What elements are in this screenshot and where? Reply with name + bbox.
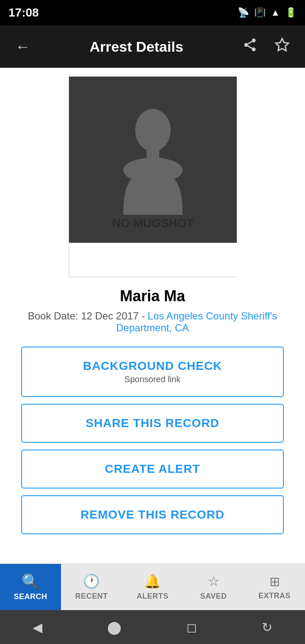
time-display: 17:08	[8, 6, 39, 19]
book-date-prefix: Book Date: 12 Dec 2017 -	[28, 310, 145, 322]
no-mugshot-label: NO MUGSHOT	[112, 217, 194, 230]
back-button[interactable]: ←	[10, 38, 36, 56]
app-bar: ← Arrest Details	[0, 25, 305, 68]
recent-nav-label: RECENT	[75, 592, 108, 601]
alerts-icon: 🔔	[144, 573, 161, 589]
svg-line-3	[248, 46, 252, 48]
svg-point-8	[123, 158, 183, 183]
extras-icon: ⊞	[269, 574, 280, 589]
svg-point-6	[135, 109, 171, 151]
saved-icon: ☆	[208, 573, 220, 589]
search-icon: 🔍	[22, 573, 39, 590]
svg-point-0	[252, 39, 256, 42]
book-date-info: Book Date: 12 Dec 2017 - Los Angeles Cou…	[0, 310, 305, 334]
page-title: Arrest Details	[36, 39, 237, 55]
battery-icon: 🔋	[285, 7, 297, 18]
photo-bottom-bar	[69, 243, 237, 277]
mugshot-area: NO MUGSHOT	[69, 77, 237, 243]
cast-icon: 📡	[238, 7, 249, 18]
vibrate-icon: 📳	[254, 7, 266, 18]
search-nav-label: SEARCH	[14, 592, 47, 601]
remove-record-label: REMOVE THIS RECORD	[80, 508, 225, 522]
background-check-sublabel: Sponsored link	[125, 375, 180, 384]
svg-line-4	[248, 41, 252, 44]
extras-nav-label: EXTRAS	[258, 591, 291, 600]
recents-sys-button[interactable]: ◻	[186, 620, 197, 635]
nav-item-recent[interactable]: 🕐 RECENT	[61, 564, 122, 610]
photo-container: NO MUGSHOT	[69, 76, 236, 277]
svg-point-1	[244, 43, 248, 47]
person-name: Maria Ma	[120, 287, 185, 305]
status-icons: 📡 📳 ▲ 🔋	[238, 7, 297, 18]
recent-icon: 🕐	[83, 573, 100, 589]
system-nav: ◀ ⬤ ◻ ↻	[0, 610, 305, 644]
share-button[interactable]	[237, 37, 263, 56]
create-alert-button[interactable]: CREATE ALERT	[21, 450, 284, 489]
remove-record-button[interactable]: REMOVE THIS RECORD	[21, 495, 284, 534]
home-sys-button[interactable]: ⬤	[107, 620, 122, 635]
status-bar: 17:08 📡 📳 ▲ 🔋	[0, 0, 305, 25]
silhouette-icon	[111, 105, 195, 215]
background-check-button[interactable]: BACKGROUND CHECK Sponsored link	[21, 347, 284, 397]
nav-item-search[interactable]: 🔍 SEARCH	[0, 564, 61, 610]
favorite-button[interactable]	[269, 37, 295, 56]
bottom-nav: 🔍 SEARCH 🕐 RECENT 🔔 ALERTS ☆ SAVED ⊞ EXT…	[0, 564, 305, 610]
nav-item-extras[interactable]: ⊞ EXTRAS	[244, 564, 305, 610]
rotate-sys-button[interactable]: ↻	[262, 620, 272, 635]
nav-item-saved[interactable]: ☆ SAVED	[183, 564, 244, 610]
share-record-button[interactable]: SHARE THIS RECORD	[21, 404, 284, 443]
share-record-label: SHARE THIS RECORD	[86, 416, 219, 430]
create-alert-label: CREATE ALERT	[105, 462, 200, 476]
svg-point-2	[252, 47, 256, 51]
wifi-icon: ▲	[271, 7, 280, 18]
svg-marker-5	[276, 39, 288, 51]
nav-item-alerts[interactable]: 🔔 ALERTS	[122, 564, 183, 610]
saved-nav-label: SAVED	[200, 592, 227, 601]
back-sys-button[interactable]: ◀	[33, 620, 42, 635]
action-buttons: BACKGROUND CHECK Sponsored link SHARE TH…	[0, 334, 305, 534]
alerts-nav-label: ALERTS	[137, 592, 169, 601]
background-check-label: BACKGROUND CHECK	[83, 359, 222, 373]
main-content: NO MUGSHOT Maria Ma Book Date: 12 Dec 20…	[0, 68, 305, 534]
